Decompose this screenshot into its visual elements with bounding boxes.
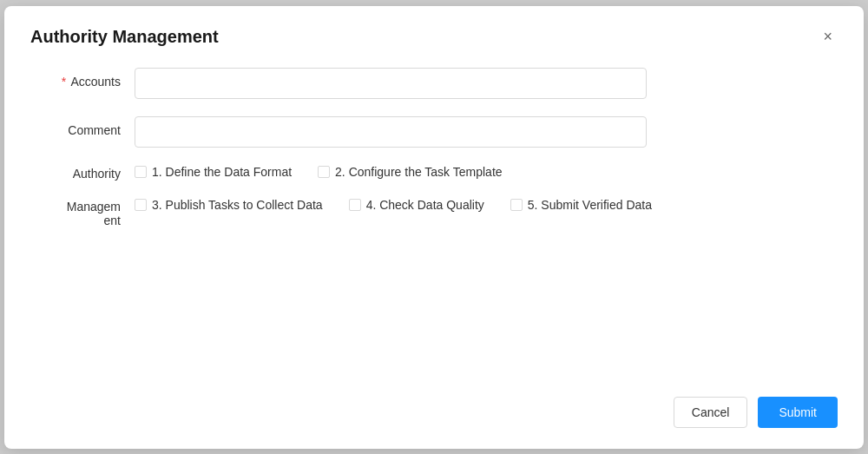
accounts-input[interactable]	[135, 68, 647, 99]
authority-checkbox-1[interactable]	[135, 166, 147, 178]
modal-title: Authority Management	[30, 27, 219, 47]
authority-checkbox-item-1[interactable]: 1. Define the Data Format	[135, 165, 292, 179]
management-checkbox-4[interactable]	[349, 199, 361, 211]
management-label: Managem ent	[30, 198, 135, 227]
management-checkbox-item-5[interactable]: 5. Submit Verified Data	[510, 198, 652, 212]
modal-header: Authority Management ×	[30, 27, 838, 47]
management-checkboxes: 3. Publish Tasks to Collect Data 4. Chec…	[135, 198, 838, 220]
comment-row: Comment	[30, 116, 838, 148]
authority-checkbox-label-1: 1. Define the Data Format	[152, 165, 292, 179]
authority-checkbox-item-2[interactable]: 2. Configure the Task Template	[318, 165, 503, 179]
management-row: Managem ent 3. Publish Tasks to Collect …	[30, 198, 838, 227]
modal-dialog: Authority Management × * Accounts Commen…	[4, 6, 864, 449]
management-checkbox-label-3: 3. Publish Tasks to Collect Data	[152, 198, 323, 212]
accounts-row: * Accounts	[30, 68, 838, 99]
management-checkbox-5[interactable]	[510, 199, 523, 211]
cancel-button[interactable]: Cancel	[674, 397, 748, 428]
management-checkbox-3[interactable]	[135, 199, 147, 211]
modal-footer: Cancel Submit	[674, 397, 838, 428]
management-checkbox-label-4: 4. Check Data Quality	[366, 198, 484, 212]
management-checkbox-item-3[interactable]: 3. Publish Tasks to Collect Data	[135, 198, 323, 212]
required-star: *	[62, 75, 66, 89]
authority-label: Authority	[30, 165, 135, 181]
accounts-label: * Accounts	[30, 68, 135, 89]
authority-checkboxes: 1. Define the Data Format 2. Configure t…	[135, 165, 838, 188]
submit-button[interactable]: Submit	[758, 397, 838, 428]
authority-checkbox-2[interactable]	[318, 166, 330, 178]
comment-input[interactable]	[135, 116, 647, 148]
management-checkbox-label-5: 5. Submit Verified Data	[528, 198, 652, 212]
close-button[interactable]: ×	[818, 27, 838, 46]
authority-row: Authority 1. Define the Data Format 2. C…	[30, 165, 838, 188]
comment-label: Comment	[30, 116, 135, 137]
modal-overlay: Authority Management × * Accounts Commen…	[0, 0, 868, 454]
authority-checkbox-label-2: 2. Configure the Task Template	[335, 165, 503, 179]
management-checkbox-item-4[interactable]: 4. Check Data Quality	[349, 198, 484, 212]
